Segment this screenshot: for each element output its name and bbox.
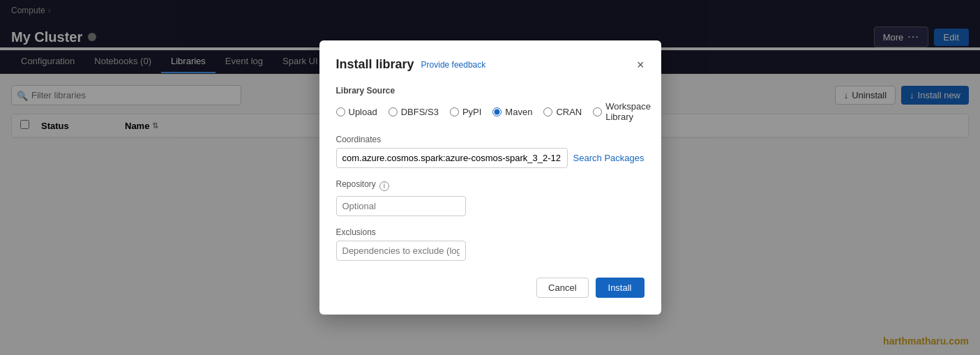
- feedback-link[interactable]: Provide feedback: [421, 60, 486, 70]
- cancel-button[interactable]: Cancel: [536, 278, 588, 298]
- modal-header: Install library Provide feedback ×: [336, 57, 644, 72]
- exclusions-field: Exclusions: [336, 227, 644, 261]
- radio-cran-input[interactable]: [543, 107, 552, 116]
- coordinates-label: Coordinates: [336, 135, 644, 144]
- radio-upload-input[interactable]: [336, 107, 345, 116]
- app-container: Compute › My Cluster More ··· Edit Confi…: [0, 0, 980, 355]
- exclusions-label: Exclusions: [336, 227, 644, 237]
- coordinates-field: Coordinates Search Packages: [336, 135, 644, 168]
- radio-pypi-label: PyPI: [462, 107, 481, 117]
- coordinates-row: Search Packages: [336, 148, 644, 168]
- radio-upload[interactable]: Upload: [336, 107, 377, 117]
- radio-maven-input[interactable]: [492, 107, 502, 116]
- radio-maven-label: Maven: [505, 107, 532, 117]
- library-source-label: Library Source: [336, 86, 644, 96]
- radio-pypi[interactable]: PyPI: [450, 107, 481, 117]
- repository-info-icon[interactable]: i: [379, 181, 389, 191]
- radio-pypi-input[interactable]: [450, 107, 459, 116]
- modal-footer: Cancel Install: [336, 278, 644, 298]
- radio-dbfs-s3-input[interactable]: [389, 107, 398, 116]
- radio-workspace-library-label: Workspace Library: [605, 101, 651, 122]
- repository-label-row: Repository i: [336, 179, 644, 192]
- exclusions-input[interactable]: [336, 241, 466, 261]
- repository-field: Repository i: [336, 179, 644, 216]
- radio-workspace-library[interactable]: Workspace Library: [593, 101, 651, 122]
- radio-dbfs-s3-label: DBFS/S3: [401, 107, 439, 117]
- install-library-modal: Install library Provide feedback × Libra…: [319, 40, 661, 315]
- modal-title: Install library: [336, 57, 414, 72]
- repository-input[interactable]: [336, 196, 466, 216]
- radio-maven[interactable]: Maven: [492, 107, 532, 117]
- modal-overlay: Install library Provide feedback × Libra…: [0, 0, 980, 355]
- radio-workspace-library-input[interactable]: [593, 107, 602, 116]
- modal-title-row: Install library Provide feedback: [336, 57, 486, 72]
- radio-cran-label: CRAN: [556, 107, 582, 117]
- search-packages-link[interactable]: Search Packages: [573, 153, 644, 163]
- source-radio-group: Upload DBFS/S3 PyPI Maven: [336, 101, 644, 122]
- radio-upload-label: Upload: [349, 107, 377, 117]
- radio-dbfs-s3[interactable]: DBFS/S3: [389, 107, 439, 117]
- repository-label: Repository: [336, 179, 376, 189]
- radio-cran[interactable]: CRAN: [543, 107, 582, 117]
- modal-close-button[interactable]: ×: [637, 59, 644, 71]
- library-source-section: Library Source Upload DBFS/S3 PyPI: [336, 86, 644, 122]
- coordinates-input[interactable]: [336, 148, 568, 168]
- install-button[interactable]: Install: [596, 278, 644, 298]
